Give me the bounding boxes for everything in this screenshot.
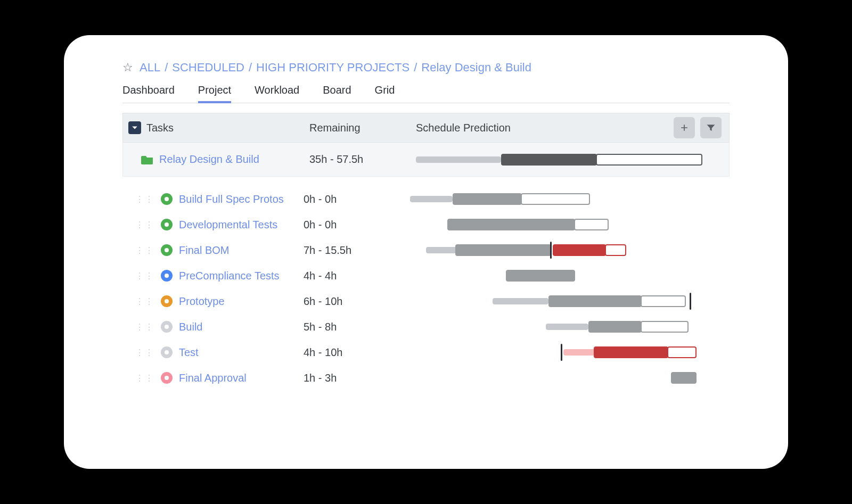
drag-handle-icon[interactable]: ⋮⋮ (135, 296, 154, 307)
task-name[interactable]: Final BOM (179, 244, 229, 257)
task-timeline (410, 319, 730, 335)
tab-grid[interactable]: Grid (375, 80, 395, 103)
project-card: ☆ ALL / SCHEDULED / HIGH PRIORITY PROJEC… (64, 35, 788, 469)
breadcrumb-sep: / (165, 61, 168, 75)
status-dot (161, 321, 173, 333)
task-remaining: 0h - 0h (304, 219, 410, 231)
deadline-marker (561, 344, 562, 361)
column-header-schedule: Schedule Prediction (416, 122, 511, 134)
table-row[interactable]: ⋮⋮ Final Approval 1h - 3h (122, 365, 730, 391)
table-row[interactable]: ⋮⋮ Final BOM 7h - 15.5h (122, 237, 730, 263)
drag-handle-icon[interactable]: ⋮⋮ (135, 373, 154, 383)
task-timeline (410, 191, 730, 207)
task-remaining: 7h - 15.5h (304, 244, 410, 257)
table-row[interactable]: ⋮⋮ Prototype 6h - 10h (122, 288, 730, 314)
status-dot (161, 244, 173, 256)
status-dot (161, 295, 173, 307)
task-remaining: 4h - 4h (304, 270, 410, 282)
collapse-toggle[interactable] (128, 121, 141, 134)
filter-icon (706, 122, 716, 133)
view-tabs: Dashboard Project Workload Board Grid (122, 80, 730, 103)
task-remaining: 4h - 10h (304, 346, 410, 359)
task-remaining: 5h - 8h (304, 321, 410, 333)
task-name[interactable]: Developmental Tests (179, 219, 277, 231)
tab-project[interactable]: Project (198, 80, 231, 103)
task-timeline (410, 344, 730, 360)
status-dot (161, 219, 173, 230)
status-dot (161, 346, 173, 358)
tab-workload[interactable]: Workload (255, 80, 299, 103)
drag-handle-icon[interactable]: ⋮⋮ (135, 220, 154, 230)
filter-button[interactable] (700, 117, 722, 138)
task-name[interactable]: Prototype (179, 295, 225, 308)
task-timeline (410, 242, 730, 258)
task-name[interactable]: Test (179, 346, 199, 359)
table-row[interactable]: ⋮⋮ Test 4h - 10h (122, 340, 730, 365)
status-dot (161, 372, 173, 384)
breadcrumb-sep: / (249, 61, 252, 75)
table-row[interactable]: ⋮⋮ Developmental Tests 0h - 0h (122, 212, 730, 237)
chevron-down-icon (132, 125, 138, 131)
breadcrumb-link[interactable]: ALL (140, 61, 160, 75)
deadline-marker (690, 293, 691, 310)
task-name[interactable]: PreCompliance Tests (179, 270, 280, 282)
folder-icon (141, 154, 154, 165)
add-task-button[interactable] (674, 117, 695, 138)
tab-board[interactable]: Board (323, 80, 351, 103)
table-header: Tasks Remaining Schedule Prediction (122, 113, 730, 143)
task-timeline (410, 370, 730, 386)
task-timeline (410, 268, 730, 284)
task-name[interactable]: Final Approval (179, 372, 247, 384)
task-remaining: 6h - 10h (304, 295, 410, 308)
task-name[interactable]: Build (179, 321, 202, 333)
drag-handle-icon[interactable]: ⋮⋮ (135, 271, 154, 281)
column-header-remaining: Remaining (309, 122, 416, 134)
deadline-marker (550, 242, 552, 259)
table-row[interactable]: ⋮⋮ PreCompliance Tests 4h - 4h (122, 263, 730, 288)
drag-handle-icon[interactable]: ⋮⋮ (135, 194, 154, 204)
drag-handle-icon[interactable]: ⋮⋮ (135, 322, 154, 332)
parent-timeline (416, 152, 724, 168)
favorite-star-icon[interactable]: ☆ (122, 61, 133, 75)
task-rows: ⋮⋮ Build Full Spec Protos 0h - 0h ⋮⋮ Dev… (122, 177, 730, 391)
table-row[interactable]: ⋮⋮ Build 5h - 8h (122, 314, 730, 340)
breadcrumb-sep: / (414, 61, 417, 75)
parent-task-name[interactable]: Relay Design & Build (159, 153, 259, 166)
parent-remaining: 35h - 57.5h (309, 153, 416, 166)
breadcrumb-link[interactable]: SCHEDULED (172, 61, 244, 75)
breadcrumb-link[interactable]: Relay Design & Build (421, 61, 531, 75)
table-row[interactable]: ⋮⋮ Build Full Spec Protos 0h - 0h (122, 186, 730, 212)
task-timeline (410, 293, 730, 309)
plus-icon (679, 122, 690, 133)
task-remaining: 1h - 3h (304, 372, 410, 384)
status-dot (161, 193, 173, 205)
drag-handle-icon[interactable]: ⋮⋮ (135, 348, 154, 358)
column-header-tasks: Tasks (146, 122, 174, 134)
task-name[interactable]: Build Full Spec Protos (179, 193, 284, 205)
breadcrumb-link[interactable]: HIGH PRIORITY PROJECTS (256, 61, 409, 75)
breadcrumb: ☆ ALL / SCHEDULED / HIGH PRIORITY PROJEC… (122, 61, 730, 75)
status-dot (161, 270, 173, 282)
task-timeline (410, 217, 730, 233)
drag-handle-icon[interactable]: ⋮⋮ (135, 245, 154, 255)
task-remaining: 0h - 0h (304, 193, 410, 205)
parent-task-row[interactable]: Relay Design & Build 35h - 57.5h (122, 143, 730, 177)
tab-dashboard[interactable]: Dashboard (122, 80, 175, 103)
